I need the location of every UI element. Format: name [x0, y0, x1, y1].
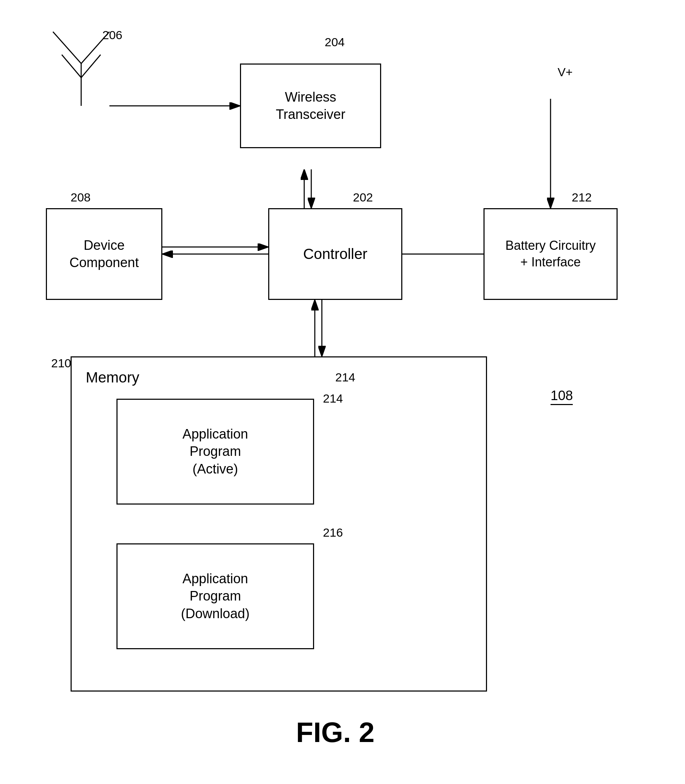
vplus-label: V+: [558, 65, 573, 79]
svg-line-5: [62, 55, 81, 78]
wireless-transceiver-box: Wireless Transceiver: [240, 63, 381, 148]
diagram-container: 206 Wireless Transceiver 204 Controller …: [0, 0, 685, 784]
svg-line-6: [81, 55, 101, 78]
app-download-box: Application Program (Download): [117, 543, 314, 649]
antenna-ref-label: 206: [102, 28, 122, 42]
figure-label: FIG. 2: [265, 716, 406, 749]
memory-label: Memory: [86, 368, 140, 387]
wireless-transceiver-ref: 204: [325, 35, 345, 49]
battery-box: Battery Circuitry + Interface: [484, 208, 618, 300]
controller-box: Controller: [268, 208, 402, 300]
device-component-ref: 208: [71, 191, 91, 204]
app-download-label: Application Program (Download): [181, 570, 250, 622]
memory-ref-210: 210: [51, 356, 71, 370]
battery-ref: 212: [572, 191, 592, 204]
battery-label: Battery Circuitry + Interface: [505, 238, 596, 271]
wireless-transceiver-label: Wireless Transceiver: [276, 89, 345, 123]
controller-ref: 202: [353, 191, 373, 204]
memory-sub-ref-214: 214: [335, 371, 355, 384]
diagram-ref-108: 108: [550, 388, 573, 405]
svg-line-3: [53, 32, 81, 63]
controller-label: Controller: [303, 245, 367, 264]
device-component-label: Device Component: [70, 237, 139, 272]
app-active-label: Application Program (Active): [182, 426, 248, 478]
device-component-box: Device Component: [46, 208, 162, 300]
app-active-box: Application Program (Active): [117, 399, 314, 505]
app-active-ref: 214: [323, 392, 343, 405]
app-download-ref: 216: [323, 526, 343, 539]
